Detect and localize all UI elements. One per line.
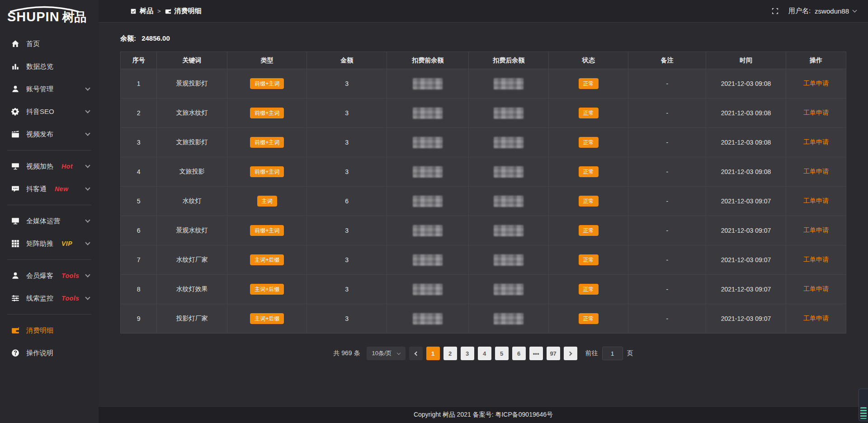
menu-divider [7, 259, 91, 260]
chat-widget[interactable] [859, 389, 868, 421]
page-ellipsis-button[interactable]: ••• [529, 347, 543, 360]
user-dropdown[interactable]: 用户名: zswodun88 [788, 7, 856, 15]
video-icon [11, 130, 19, 139]
cell-balance-after [469, 275, 549, 304]
sidebar-item-account-manage[interactable]: 账号管理 [0, 78, 99, 100]
sidebar-item-member-burst[interactable]: 会员爆客Tools [0, 264, 99, 287]
sidebar-item-label: 视频加热 [26, 162, 53, 171]
balance-value: 24856.00 [142, 34, 170, 42]
column-header: 类型 [227, 52, 307, 69]
sidebar-item-douketong[interactable]: 抖客通New [0, 178, 99, 200]
sidebar-item-label: 首页 [26, 40, 40, 48]
copyright-text: Copyright 树品 2021 备案号: 粤ICP备09019646号 [414, 411, 553, 419]
sidebar-item-all-media[interactable]: 全媒体运营 [0, 210, 99, 232]
page-size-value: 10条/页 [372, 349, 392, 357]
sidebar-item-douyin-seo[interactable]: 抖音SEO [0, 100, 99, 123]
breadcrumb-item-home[interactable]: 树品 [130, 7, 153, 15]
censored-value [494, 313, 524, 324]
cell-seq: 7 [121, 245, 157, 275]
goto-page: 前往 页 [585, 347, 633, 360]
wallet-icon [165, 8, 171, 14]
cell-keyword: 景观投影灯 [157, 69, 227, 99]
page-button-5[interactable]: 5 [495, 347, 509, 360]
fullscreen-icon[interactable] [772, 8, 778, 14]
cell-status: 正常 [548, 245, 628, 275]
censored-value [494, 166, 524, 178]
table-row: 5水纹灯主词6正常-2021-12-03 09:07工单申请 [121, 187, 846, 216]
sidebar-item-guide[interactable]: 操作说明 [0, 342, 99, 364]
sidebar-item-consume-detail[interactable]: 消费明细 [0, 319, 99, 342]
sidebar-item-clue-monitor[interactable]: 线索监控Tools [0, 287, 99, 310]
app-icon [130, 8, 137, 14]
breadcrumb-item-current[interactable]: 消费明细 [165, 7, 202, 15]
cell-keyword: 投影灯厂家 [157, 304, 227, 334]
cell-balance-after [469, 216, 549, 245]
sidebar-item-tag: Hot [61, 163, 73, 170]
cell-action: 工单申请 [786, 99, 846, 128]
logo-text-cn: 树品 [62, 11, 87, 24]
cell-action: 工单申请 [786, 69, 846, 99]
cell-type: 主词+后缀 [227, 245, 307, 275]
work-order-link[interactable]: 工单申请 [803, 256, 829, 263]
cell-amount: 6 [307, 187, 387, 216]
page-button-4[interactable]: 4 [478, 347, 491, 360]
brand-logo[interactable]: SHUPIN 树品 [0, 0, 99, 26]
cell-amount: 3 [307, 128, 387, 157]
work-order-link[interactable]: 工单申请 [803, 80, 829, 87]
sidebar-item-data-overview[interactable]: 数据总览 [0, 55, 99, 78]
prev-page-button[interactable] [409, 347, 423, 360]
table-row: 1景观投影灯前缀+主词3正常-2021-12-03 09:08工单申请 [121, 69, 846, 99]
work-order-link[interactable]: 工单申请 [803, 109, 829, 116]
cell-balance-after [469, 69, 549, 99]
work-order-link[interactable]: 工单申请 [803, 315, 829, 322]
chevron-down-icon [85, 185, 90, 190]
work-order-link[interactable]: 工单申请 [803, 226, 829, 234]
sidebar-item-tag: Tools [61, 295, 79, 302]
goto-label: 前往 [585, 349, 598, 357]
sidebar-item-label: 消费明细 [26, 326, 53, 335]
sidebar-item-home[interactable]: 首页 [0, 33, 99, 55]
sidebar-item-matrix-boost[interactable]: 矩阵助推VIP [0, 232, 99, 255]
sidebar-item-label: 视频发布 [26, 130, 53, 139]
cell-remark: - [628, 304, 706, 334]
page-button-6[interactable]: 6 [512, 347, 526, 360]
page-button-3[interactable]: 3 [461, 347, 474, 360]
status-badge: 正常 [579, 254, 599, 265]
table-row: 8水纹灯效果主词+后缀3正常-2021-12-03 09:07工单申请 [121, 275, 846, 304]
cell-balance-after [469, 245, 549, 275]
sidebar-item-video-publish[interactable]: 视频发布 [0, 123, 99, 146]
chevron-down-icon [853, 8, 857, 13]
cell-time: 2021-12-03 09:08 [706, 99, 786, 128]
next-page-button[interactable] [564, 347, 577, 360]
main-area: 树品 > 消费明细 用户名: zswodun88 余额: 24856.00 [99, 0, 868, 423]
censored-value [494, 284, 524, 295]
column-header: 备注 [628, 52, 706, 69]
page-size-select[interactable]: 10条/页 [367, 347, 406, 360]
cell-time: 2021-12-03 09:07 [706, 304, 786, 334]
cell-time: 2021-12-03 09:07 [706, 275, 786, 304]
content: 余额: 24856.00 序号关键词类型金额扣费前余额扣费后余额状态备注时间操作… [99, 23, 868, 406]
type-badge: 前缀+主词 [250, 225, 284, 236]
chevron-down-icon [85, 272, 90, 277]
page-button-97[interactable]: 97 [547, 347, 560, 360]
work-order-link[interactable]: 工单申请 [803, 168, 829, 175]
footer: Copyright 树品 2021 备案号: 粤ICP备09019646号 [99, 406, 868, 423]
censored-value [494, 137, 524, 148]
work-order-link[interactable]: 工单申请 [803, 197, 829, 204]
page-button-1[interactable]: 1 [426, 347, 440, 360]
column-header: 时间 [706, 52, 786, 69]
censored-value [494, 254, 524, 266]
sidebar-item-video-heat[interactable]: 视频加热Hot [0, 155, 99, 178]
work-order-link[interactable]: 工单申请 [803, 285, 829, 292]
cell-type: 主词 [227, 187, 307, 216]
table-body: 1景观投影灯前缀+主词3正常-2021-12-03 09:08工单申请2文旅水纹… [121, 69, 846, 334]
sidebar-item-label: 全媒体运营 [26, 217, 60, 226]
type-badge: 前缀+主词 [250, 137, 284, 148]
cell-keyword: 文旅投影 [157, 157, 227, 187]
censored-value [494, 108, 524, 119]
work-order-link[interactable]: 工单申请 [803, 138, 829, 146]
person-icon [11, 272, 19, 280]
page-button-2[interactable]: 2 [443, 347, 457, 360]
goto-page-input[interactable] [602, 347, 623, 360]
chevron-down-icon [85, 240, 90, 245]
